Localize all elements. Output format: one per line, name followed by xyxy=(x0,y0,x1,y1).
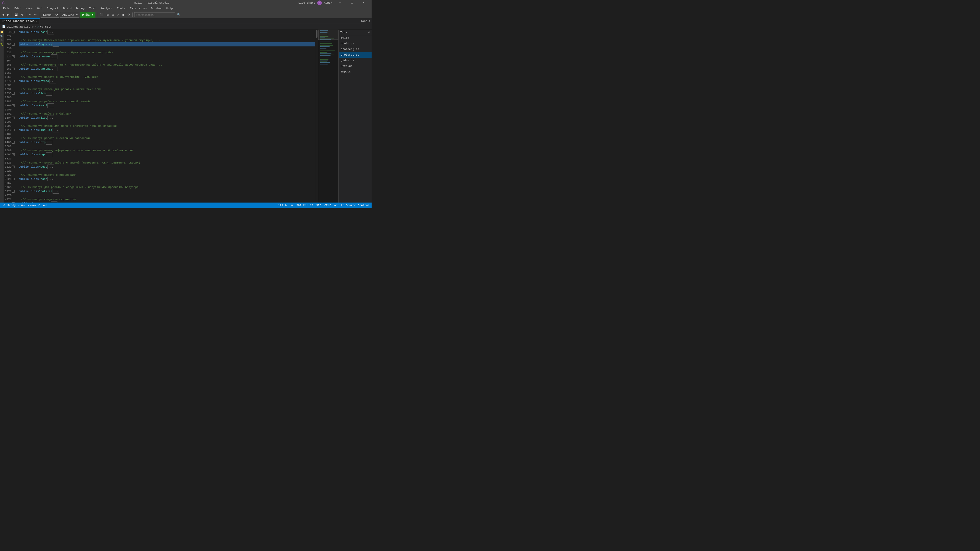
fold-button-48[interactable]: − xyxy=(12,31,14,33)
fold-button-381[interactable]: − xyxy=(12,43,14,46)
toolbar-btn-1[interactable]: ⬛ xyxy=(99,12,104,17)
add-to-source-btn[interactable]: Add to Source Control xyxy=(334,204,369,207)
menu-debug[interactable]: Debug xyxy=(74,6,86,11)
debug-config-dropdown[interactable]: Debug Release xyxy=(41,12,59,17)
right-file-mylib[interactable]: mylib xyxy=(339,35,372,41)
right-file-droid-cs[interactable]: droid.cs xyxy=(339,41,372,46)
menu-test[interactable]: Test xyxy=(87,6,98,11)
search-input[interactable] xyxy=(134,12,175,17)
fold-button-2486[interactable]: − xyxy=(12,141,14,144)
gutter-row-18: 1390− xyxy=(3,103,16,108)
fold-button-1335[interactable]: − xyxy=(12,92,14,95)
comment-text-2483: /// <summary> работа с сетевыми запросам… xyxy=(19,136,90,140)
right-file-droidrus-cs[interactable]: droidrus.cs xyxy=(339,52,372,58)
toolbar-btn-6[interactable]: ⟳ xyxy=(127,12,131,17)
classname-1272: Crypto xyxy=(39,79,49,83)
maximize-button[interactable]: □ xyxy=(346,0,358,6)
activity-icon-2[interactable]: 🔍 xyxy=(0,35,3,38)
fold-button-4274[interactable]: − xyxy=(12,202,14,203)
right-file-Tmp-cs[interactable]: Tmp.cs xyxy=(339,69,372,75)
menu-project[interactable]: Project xyxy=(45,6,60,11)
tabs-config-icon[interactable]: ⚙ xyxy=(368,30,370,34)
tabs-settings-icon[interactable]: ⚙ xyxy=(368,19,370,23)
gutter-row-40: 4270 xyxy=(3,193,16,197)
menu-window[interactable]: Window xyxy=(149,6,164,11)
activity-icon-1[interactable]: 📁 xyxy=(0,30,3,34)
fold-button-3329[interactable]: − xyxy=(12,165,14,168)
activity-icon-3[interactable]: ⚙ xyxy=(1,39,3,42)
tab-misc-close[interactable]: ✕ xyxy=(35,20,37,23)
scrollbar-track[interactable] xyxy=(315,30,318,203)
scrollbar-indicator[interactable] xyxy=(316,30,318,38)
fold-button-3825[interactable]: − xyxy=(12,178,14,180)
tab-settings[interactable]: Tabs ⚙ xyxy=(359,19,372,23)
classname-4274: Screens xyxy=(39,202,51,203)
search-icon-btn[interactable]: 🔍 xyxy=(176,12,182,17)
start-button[interactable]: ▶ Start ▾ xyxy=(80,12,95,17)
close-button[interactable]: ✕ xyxy=(358,0,369,6)
keyword-4274: public class xyxy=(19,202,39,203)
menu-file[interactable]: File xyxy=(1,6,12,11)
line-number-1600: 1600 xyxy=(4,108,11,112)
line-ending-label[interactable]: CRLF xyxy=(325,204,331,207)
gutter-row-26: 2483 xyxy=(3,136,16,140)
back-button[interactable]: ◀ xyxy=(1,12,5,17)
fold-button-1604[interactable]: − xyxy=(12,117,14,119)
encoding-label[interactable]: SPC xyxy=(316,204,321,207)
fold-button-634[interactable]: − xyxy=(12,56,14,58)
line-number-1601: 1601 xyxy=(4,112,11,116)
code-line-1386 xyxy=(19,95,315,100)
fold-button-868[interactable]: − xyxy=(12,68,14,70)
minimize-button[interactable]: ─ xyxy=(334,0,346,6)
line-number-1912: 1912 xyxy=(4,128,11,132)
menu-build[interactable]: Build xyxy=(61,6,73,11)
fold-rest-3092: ... xyxy=(46,152,52,157)
cursor-position[interactable]: Ln: 381 Ch: 17 xyxy=(290,204,313,207)
redo-button[interactable]: ↪ xyxy=(33,12,38,17)
fold-button-3092[interactable]: − xyxy=(12,153,14,156)
comment-text-631: /// <summary> методы работы с браузером … xyxy=(19,51,113,55)
code-area[interactable]: public class Droid.../// <summary> Класс… xyxy=(18,30,315,203)
gutter-row-23: 1909 xyxy=(3,124,16,128)
menu-git[interactable]: Git xyxy=(35,6,44,11)
breadcrumb-dlib-label[interactable]: DLibRus.Registry xyxy=(6,25,34,28)
activity-icon-4[interactable]: 🐛 xyxy=(0,43,3,46)
line-number-4271: 4271 xyxy=(4,197,11,202)
gutter-row-32: 3326 xyxy=(3,161,16,165)
fold-button-1272[interactable]: − xyxy=(12,80,14,83)
save-all-button[interactable]: ⊕ xyxy=(20,12,24,17)
classname-1912: FindElem xyxy=(39,128,52,132)
toolbar-btn-4[interactable]: ▷ xyxy=(116,12,120,17)
toolbar-btn-2[interactable]: ⊡ xyxy=(105,12,110,17)
fold-rest-1335: ... xyxy=(46,91,52,96)
toolbar-btn-5[interactable]: ◼ xyxy=(121,12,126,17)
fold-button-1912[interactable]: − xyxy=(12,129,14,131)
code-line-3825: public class Procs... xyxy=(19,177,315,181)
code-line-864 xyxy=(19,59,315,63)
minimap-canvas xyxy=(318,30,339,195)
status-issues[interactable]: ⊘ No issues found xyxy=(18,204,46,207)
comment-text-3968: /// <summary> для работы с созданными и … xyxy=(19,185,138,189)
right-file-Http-cs[interactable]: Http.cs xyxy=(339,63,372,69)
menu-tools[interactable]: Tools xyxy=(115,6,127,11)
zoom-level[interactable]: 121 % xyxy=(278,204,286,207)
save-button[interactable]: 💾 xyxy=(14,12,19,17)
breadcrumb-vars-label[interactable]: VarsStr xyxy=(40,25,52,28)
undo-button[interactable]: ↩ xyxy=(28,12,32,17)
menu-extensions[interactable]: Extensions xyxy=(128,6,149,11)
line-number-2486: 2486 xyxy=(4,140,11,144)
code-line-3967 xyxy=(19,181,315,185)
fold-button-3971[interactable]: − xyxy=(12,190,14,192)
menu-edit[interactable]: Edit xyxy=(12,6,23,11)
platform-dropdown[interactable]: Any CPU x86 x64 xyxy=(60,12,80,17)
right-file-gidra-cs[interactable]: gidra.cs xyxy=(339,58,372,63)
forward-button[interactable]: ▶ xyxy=(6,12,10,17)
fold-button-1390[interactable]: − xyxy=(12,104,14,107)
right-file-droideng-cs[interactable]: droideng.cs xyxy=(339,46,372,52)
live-share-label[interactable]: Live Share xyxy=(298,1,315,4)
toolbar-btn-3[interactable]: ⊟ xyxy=(111,12,115,17)
menu-view[interactable]: View xyxy=(24,6,35,11)
menu-analyze[interactable]: Analyze xyxy=(99,6,115,11)
menu-help[interactable]: Help xyxy=(164,6,175,11)
tab-miscellaneous[interactable]: Miscellaneous Files ✕ xyxy=(0,18,40,24)
